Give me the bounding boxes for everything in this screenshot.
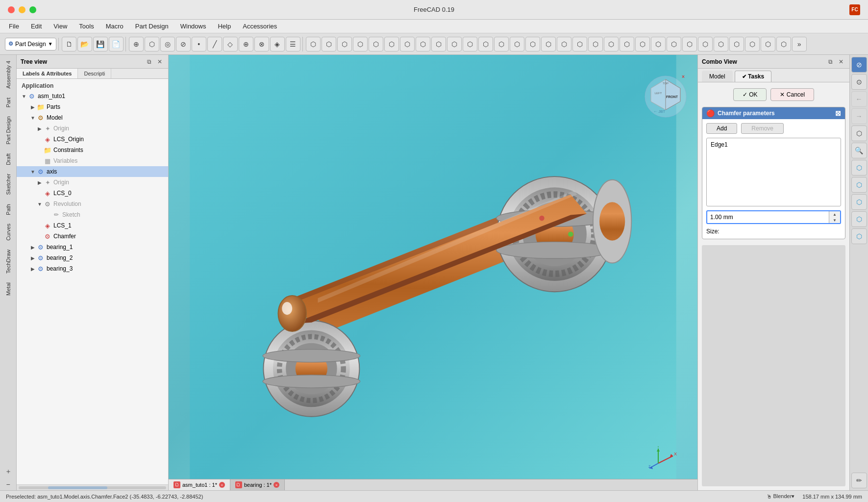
viewport[interactable]: FRONT LEFT TOP × ← JBT X Y	[169, 55, 697, 490]
sketch-btn-24[interactable]: ⬡	[667, 37, 681, 51]
menu-edit[interactable]: Edit	[26, 22, 47, 31]
tree-tab-descripti[interactable]: Descripti	[78, 69, 111, 78]
rs-icon-cube2[interactable]: ⬡	[851, 160, 867, 176]
sidebar-item-metal[interactable]: Metal	[3, 278, 13, 300]
sketch-btn-3[interactable]: ⬡	[337, 37, 352, 51]
view-btn-9[interactable]: ⊗	[254, 37, 269, 51]
add-edge-button[interactable]: Add	[706, 123, 737, 134]
remove-edge-button[interactable]: Remove	[741, 123, 784, 134]
sketch-btn-31[interactable]: ⬡	[776, 37, 791, 51]
tree-item-origin[interactable]: ▶ ✦ Origin	[17, 123, 168, 134]
viewport-tab-bearing[interactable]: 🗋 bearing : 1* ×	[230, 479, 285, 490]
tree-close-button[interactable]: ✕	[155, 57, 164, 66]
sidebar-item-draft[interactable]: Draft	[3, 150, 13, 169]
tree-item-lcs-origin[interactable]: ◈ LCS_Origin	[17, 134, 168, 145]
tree-item-constraints[interactable]: 📁 Constraints	[17, 145, 168, 155]
sketch-btn-23[interactable]: ⬡	[651, 37, 666, 51]
tree-toggle-origin[interactable]: ▶	[36, 125, 43, 132]
view-btn-7[interactable]: ◇	[223, 37, 238, 51]
minimize-button[interactable]	[19, 6, 25, 13]
menu-windows[interactable]: Windows	[175, 22, 211, 31]
view-btn-5[interactable]: •	[192, 37, 206, 51]
tree-toggle-axis[interactable]: ▼	[29, 168, 36, 175]
sidebar-item-assembly4[interactable]: Assembly 4	[3, 57, 13, 93]
rs-icon-cube4[interactable]: ⬡	[851, 194, 867, 210]
save-button[interactable]: 💾	[93, 37, 108, 51]
tree-item-sketch[interactable]: ✏ Sketch	[17, 209, 168, 220]
tree-item-chamfer[interactable]: ⚙ Chamfer	[17, 231, 168, 242]
rs-icon-cube5[interactable]: ⬡	[851, 211, 867, 227]
menu-partdesign[interactable]: Part Design	[130, 22, 174, 31]
chamfer-expand-button[interactable]: ⊠	[835, 109, 841, 117]
sketch-btn-19[interactable]: ⬡	[588, 37, 603, 51]
rs-icon-zoom[interactable]: 🔍	[851, 143, 867, 158]
viewport-tab-asm[interactable]: 🗋 asm_tuto1 : 1* ×	[169, 479, 230, 490]
sketch-btn-30[interactable]: ⬡	[761, 37, 775, 51]
sketch-btn-14[interactable]: ⬡	[510, 37, 524, 51]
tree-toggle-model[interactable]: ▼	[29, 114, 36, 121]
view-btn-1[interactable]: ⊕	[129, 37, 144, 51]
tree-item-lcs1[interactable]: ◈ LCS_1	[17, 220, 168, 231]
tree-item-lcs0[interactable]: ◈ LCS_0	[17, 188, 168, 199]
sketch-btn-1[interactable]: ⬡	[306, 37, 321, 51]
menu-accessories[interactable]: Accessories	[238, 22, 282, 31]
view-btn-4[interactable]: ⊘	[176, 37, 191, 51]
save-as-button[interactable]: 📄	[109, 37, 124, 51]
sketch-btn-25[interactable]: ⬡	[682, 37, 697, 51]
tree-toggle-bearing1[interactable]: ▶	[29, 244, 36, 251]
sketch-btn-7[interactable]: ⬡	[400, 37, 415, 51]
sketch-btn-26[interactable]: ⬡	[698, 37, 713, 51]
maximize-button[interactable]	[29, 6, 36, 13]
tree-item-bearing1[interactable]: ▶ ⚙ bearing_1	[17, 242, 168, 252]
tree-toggle-origin2[interactable]: ▶	[36, 179, 43, 186]
sidebar-item-part[interactable]: Part	[3, 94, 13, 111]
tree-toggle-bearing3[interactable]: ▶	[29, 265, 36, 272]
tree-item-revolution[interactable]: ▼ ⚙ Revolution	[17, 199, 168, 209]
tree-toggle-bearing2[interactable]: ▶	[29, 254, 36, 261]
tree-undock-button[interactable]: ⧉	[145, 57, 153, 66]
sidebar-item-partdesign[interactable]: Part Design	[3, 112, 13, 148]
sketch-btn-9[interactable]: ⬡	[431, 37, 446, 51]
combo-undock-button[interactable]: ⧉	[826, 57, 835, 66]
tree-item-model[interactable]: ▼ ⚙ Model	[17, 112, 168, 123]
tree-item-asm-tuto1[interactable]: ▼ ⚙ asm_tuto1	[17, 91, 168, 101]
sketch-btn-17[interactable]: ⬡	[557, 37, 571, 51]
rs-icon-pen[interactable]: ✏	[851, 473, 867, 488]
size-spin-up[interactable]: ▲	[829, 211, 840, 217]
rs-icon-forward[interactable]: →	[851, 108, 867, 124]
sidebar-item-tecdraw[interactable]: TechDraw	[3, 246, 13, 277]
combo-tab-model[interactable]: Model	[702, 71, 733, 82]
workbench-dropdown[interactable]: ⚙ Part Design ▼	[5, 38, 56, 50]
sketch-btn-21[interactable]: ⬡	[620, 37, 634, 51]
tree-tab-labels[interactable]: Labels & Attributes	[17, 69, 78, 78]
view-btn-2[interactable]: ⬡	[145, 37, 159, 51]
sketch-btn-6[interactable]: ⬡	[384, 37, 399, 51]
ok-button[interactable]: ✓ OK	[733, 88, 767, 101]
edge-list[interactable]: Edge1	[706, 138, 841, 206]
view-btn-11[interactable]: ☰	[286, 37, 300, 51]
tree-toggle-asm-tuto1[interactable]: ▼	[21, 93, 27, 100]
sidebar-collapse-icon[interactable]: −	[2, 478, 14, 490]
tree-item-bearing3[interactable]: ▶ ⚙ bearing_3	[17, 263, 168, 274]
open-button[interactable]: 📂	[77, 37, 92, 51]
rs-icon-back[interactable]: ←	[851, 91, 867, 107]
menu-macro[interactable]: Macro	[101, 22, 128, 31]
rs-icon-cube6[interactable]: ⬡	[851, 228, 867, 244]
edge-list-item[interactable]: Edge1	[710, 140, 838, 149]
view-btn-8[interactable]: ⊕	[239, 37, 253, 51]
tree-item-axis[interactable]: ▼ ⚙ axis	[17, 166, 168, 177]
sketch-btn-18[interactable]: ⬡	[572, 37, 587, 51]
sketch-btn-13[interactable]: ⬡	[494, 37, 509, 51]
tree-toggle-parts[interactable]: ▶	[29, 103, 36, 110]
sketch-btn-16[interactable]: ⬡	[541, 37, 556, 51]
tree-item-origin2[interactable]: ▶ ✦ Origin	[17, 177, 168, 188]
view-btn-3[interactable]: ◎	[160, 37, 175, 51]
menu-tools[interactable]: Tools	[74, 22, 99, 31]
new-button[interactable]: 🗋	[62, 37, 76, 51]
sketch-btn-10[interactable]: ⬡	[447, 37, 462, 51]
sketch-btn-4[interactable]: ⬡	[353, 37, 368, 51]
view-btn-10[interactable]: ◈	[270, 37, 285, 51]
sidebar-item-path[interactable]: Path	[3, 200, 13, 219]
sketch-btn-20[interactable]: ⬡	[604, 37, 619, 51]
navigation-cube[interactable]: FRONT LEFT TOP × ← JBT	[644, 70, 688, 114]
